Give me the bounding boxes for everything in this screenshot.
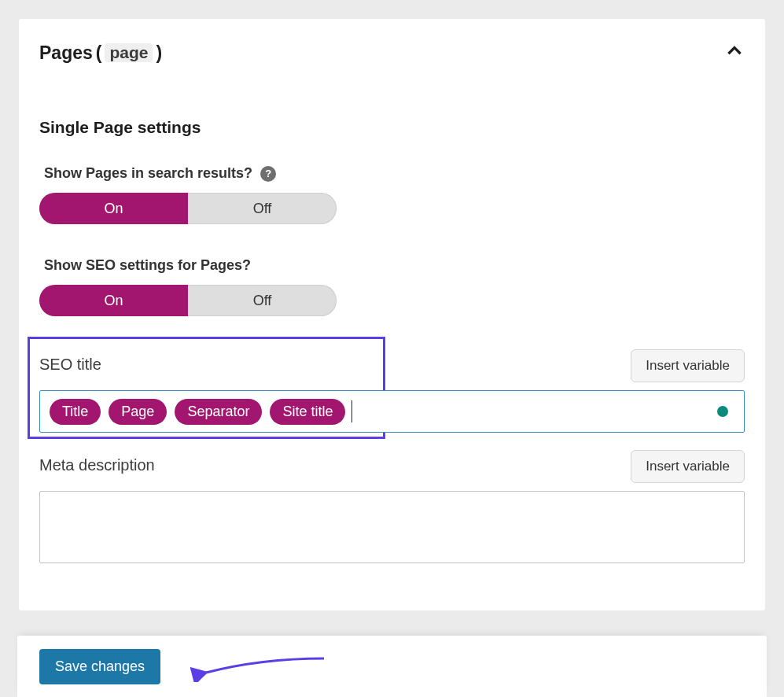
seo-title-token[interactable]: Page [109,399,167,425]
meta-description-input[interactable] [39,491,745,563]
meta-description-header-row: Meta description Insert variable [39,450,745,483]
section-heading: Single Page settings [39,118,745,137]
save-button[interactable]: Save changes [39,649,160,684]
settings-panel: Pages ( page ) Single Page settings Show… [19,19,765,610]
show-seo-settings-label: Show SEO settings for Pages? [44,257,251,274]
post-type-code: page [105,43,153,62]
seo-title-header-row: SEO title Insert variable [39,349,745,382]
toggle-off[interactable]: Off [188,285,337,316]
show-in-search-toggle[interactable]: On Off [39,193,337,224]
open-paren: ( [96,42,102,64]
seo-title-label: SEO title [39,349,101,374]
panel-title: Pages ( page ) [39,42,162,64]
show-seo-settings-label-row: Show SEO settings for Pages? [39,257,745,274]
panel-title-prefix: Pages [39,42,93,64]
toggle-on[interactable]: On [39,193,188,224]
help-icon[interactable]: ? [260,166,276,182]
seo-title-group: SEO title Insert variable Title Page Sep… [39,349,745,433]
insert-variable-button[interactable]: Insert variable [631,450,745,483]
seo-title-token[interactable]: Title [50,399,101,425]
panel-header[interactable]: Pages ( page ) [39,41,745,65]
seo-title-token[interactable]: Separator [175,399,262,425]
meta-description-label: Meta description [39,450,155,474]
insert-variable-button[interactable]: Insert variable [631,349,745,382]
toggle-on[interactable]: On [39,285,188,316]
footer-bar: Save changes [17,636,767,697]
meta-description-group: Meta description Insert variable [39,450,745,563]
chevron-up-icon[interactable] [724,41,745,65]
show-in-search-label: Show Pages in search results? [44,165,252,182]
annotation-arrow-icon [190,651,332,682]
close-paren: ) [156,42,162,64]
status-indicator-icon [717,406,728,417]
show-in-search-label-row: Show Pages in search results? ? [39,165,745,182]
text-cursor [352,400,352,422]
show-seo-settings-toggle[interactable]: On Off [39,285,337,316]
seo-title-token[interactable]: Site title [270,399,345,425]
toggle-off[interactable]: Off [188,193,337,224]
seo-title-input[interactable]: Title Page Separator Site title [39,390,745,433]
